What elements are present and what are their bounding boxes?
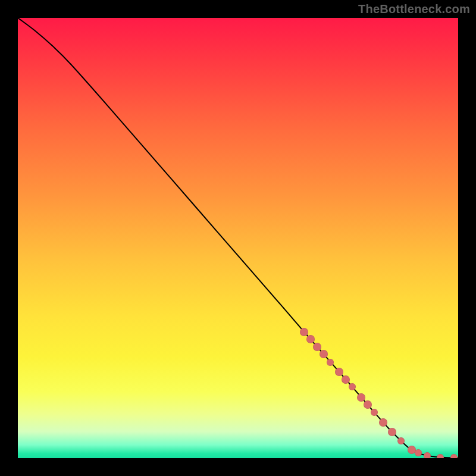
data-marker bbox=[388, 428, 396, 436]
data-marker bbox=[342, 375, 350, 384]
data-marker bbox=[379, 418, 387, 427]
data-marker bbox=[313, 343, 321, 351]
chart-stage: TheBottleneck.com bbox=[0, 0, 476, 476]
data-marker bbox=[450, 454, 458, 458]
bottleneck-curve-path bbox=[18, 18, 458, 458]
data-marker bbox=[320, 350, 328, 358]
data-marker bbox=[357, 393, 365, 402]
data-marker bbox=[349, 383, 356, 390]
data-marker bbox=[397, 437, 405, 444]
plot-area bbox=[18, 18, 458, 458]
data-marker bbox=[300, 328, 308, 336]
data-marker bbox=[424, 452, 431, 458]
data-marker bbox=[415, 449, 422, 456]
data-marker bbox=[364, 400, 372, 409]
watermark-label: TheBottleneck.com bbox=[358, 2, 470, 16]
data-marker bbox=[306, 335, 315, 343]
data-marker bbox=[371, 409, 378, 416]
data-marker bbox=[437, 454, 444, 458]
data-marker bbox=[335, 368, 343, 376]
curve-layer bbox=[18, 18, 458, 458]
data-marker bbox=[327, 359, 334, 366]
